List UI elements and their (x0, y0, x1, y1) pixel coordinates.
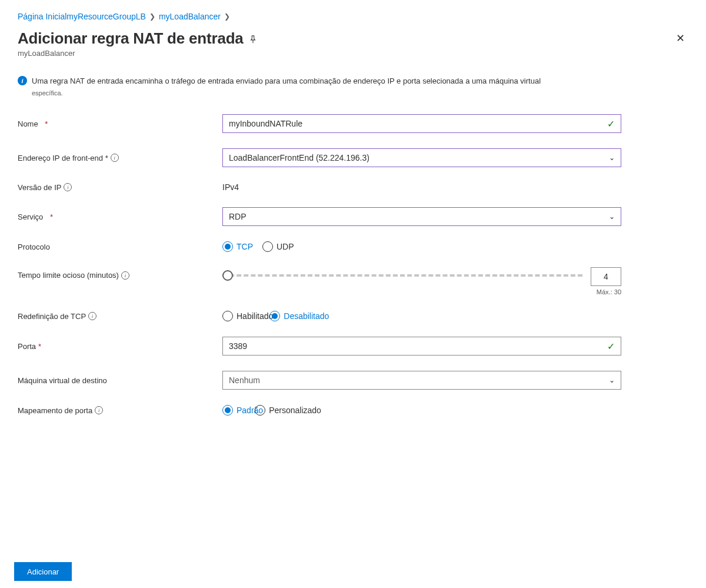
info-icon: i (18, 76, 27, 85)
ip-version-label: Versão de IP i (18, 183, 222, 192)
port-mapping-custom-radio[interactable]: Personalizado (255, 405, 321, 416)
help-icon[interactable]: i (95, 406, 103, 414)
check-icon: ✓ (607, 341, 615, 352)
name-input[interactable]: myInboundNATRule ✓ (222, 114, 621, 133)
protocol-label: Protocolo (18, 242, 222, 251)
breadcrumb-home[interactable]: Página Inicial (18, 12, 66, 21)
chevron-down-icon: ⌄ (609, 212, 615, 221)
frontend-ip-label: Endereço IP de front-end * i (18, 154, 222, 162)
protocol-tcp-radio[interactable]: TCP (222, 241, 253, 252)
target-vm-label: Máquina virtual de destino (18, 376, 222, 385)
tcp-reset-label: Redefinição de TCP i (18, 312, 222, 321)
help-icon[interactable]: i (64, 183, 72, 191)
footer: Adicionar (0, 555, 706, 588)
info-text: Uma regra NAT de entrada encaminha o trá… (32, 77, 541, 85)
ip-version-value: IPv4 (222, 182, 239, 192)
protocol-udp-radio[interactable]: UDP (262, 241, 294, 252)
frontend-ip-select[interactable]: LoadBalancerFrontEnd (52.224.196.3) ⌄ (222, 148, 621, 167)
tcp-reset-enabled-radio[interactable]: Habilitado (222, 311, 273, 321)
idle-timeout-label: Tempo limite ocioso (minutos) i (18, 267, 222, 280)
info-subtext: específica. (32, 88, 688, 98)
port-mapping-label: Mapeamento de porta i (18, 406, 222, 415)
help-icon[interactable]: i (88, 312, 96, 320)
slider-thumb[interactable] (222, 270, 233, 281)
target-vm-select[interactable]: Nenhum ⌄ (222, 371, 621, 390)
chevron-down-icon: ⌄ (609, 376, 615, 384)
name-label: Nome * (18, 119, 222, 128)
help-icon[interactable]: i (111, 154, 119, 162)
service-label: Serviço * (18, 212, 222, 221)
idle-timeout-value[interactable]: 4 (591, 267, 621, 286)
breadcrumb-resource[interactable]: myLoadBalancer (159, 12, 221, 21)
help-icon[interactable]: i (121, 271, 129, 280)
page-title: Adicionar regra NAT de entrada (18, 29, 257, 48)
breadcrumb-group[interactable]: myResourceGroupLB (66, 12, 146, 21)
chevron-right-icon: ❯ (149, 12, 155, 21)
check-icon: ✓ (607, 118, 615, 129)
info-banner: i Uma regra NAT de entrada encaminha o t… (18, 75, 688, 98)
add-button[interactable]: Adicionar (14, 562, 72, 581)
chevron-right-icon: ❯ (224, 12, 230, 21)
idle-timeout-max: Máx.: 30 (597, 288, 621, 295)
breadcrumb: Página Inicial myResourceGroupLB ❯ myLoa… (18, 12, 688, 21)
port-input[interactable]: 3389 ✓ (222, 337, 621, 356)
service-select[interactable]: RDP ⌄ (222, 207, 621, 226)
pin-icon[interactable] (249, 35, 257, 44)
tcp-reset-disabled-radio[interactable]: Desabilitado (269, 311, 329, 321)
close-icon[interactable]: ✕ (672, 29, 688, 47)
port-label: Porta* (18, 342, 222, 351)
page-subtitle: myLoadBalancer (18, 49, 257, 58)
chevron-down-icon: ⌄ (609, 154, 615, 162)
idle-timeout-slider[interactable] (222, 270, 582, 281)
